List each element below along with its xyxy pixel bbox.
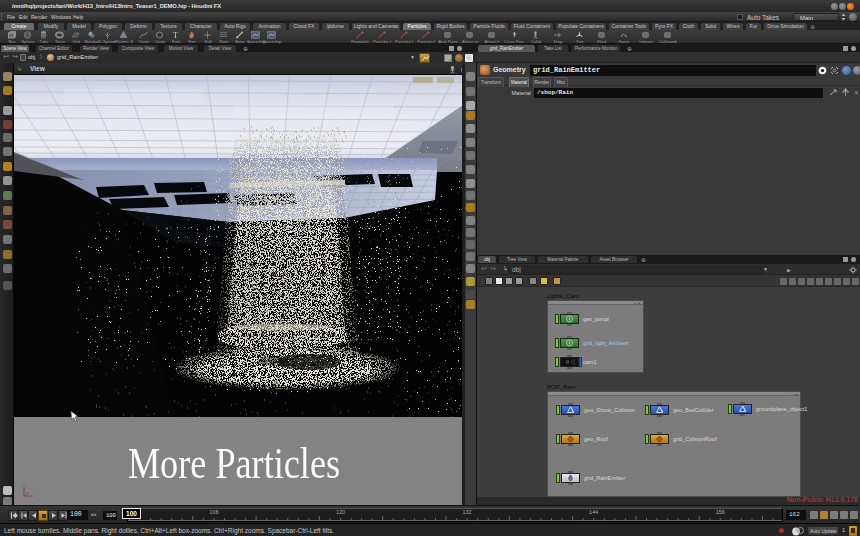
svg-text:144: 144 (589, 509, 598, 515)
svg-text:T: T (173, 31, 178, 39)
svg-text:120: 120 (336, 509, 345, 515)
svg-text:156: 156 (716, 509, 725, 515)
svg-text:108: 108 (209, 509, 218, 515)
svg-text:132: 132 (463, 509, 472, 515)
